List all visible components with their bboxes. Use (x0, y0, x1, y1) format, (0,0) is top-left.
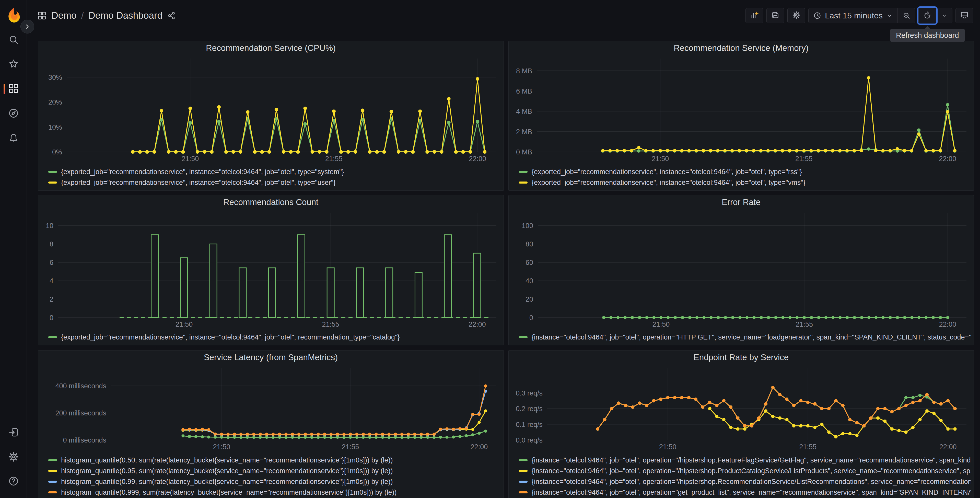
y-axis-tick: 4 (49, 277, 53, 285)
legend-item[interactable]: {exported_job="recommendationservice", i… (48, 166, 501, 177)
y-axis-tick: 0.0 req/s (516, 436, 542, 444)
legend-item[interactable]: {instance="otelcol:9464", job="otel", op… (519, 455, 970, 466)
chart-canvas[interactable]: 0%10%20%30%21:5021:5522:00 (38, 54, 504, 164)
legend-label: {exported_job="recommendationservice", i… (61, 168, 344, 176)
chart-canvas[interactable]: 024681021:5021:5522:00 (38, 209, 504, 329)
sidebar (0, 0, 27, 498)
grafana-logo[interactable] (5, 6, 22, 24)
legend-swatch (519, 182, 528, 184)
y-axis-tick: 100 (522, 222, 533, 230)
chart-canvas[interactable]: 02040608010021:5021:5522:00 (509, 209, 974, 329)
chart-canvas[interactable]: 0 MB2 MB4 MB6 MB8 MB21:5021:5522:00 (509, 54, 974, 164)
refresh-dashboard-button[interactable] (919, 8, 936, 23)
x-axis-tick: 21:50 (175, 321, 193, 328)
sidebar-item-explore[interactable] (0, 107, 27, 121)
breadcrumb-separator: / (81, 10, 84, 21)
chart-area[interactable]: 0.0 req/s0.1 req/s0.2 req/s0.3 req/s21:5… (509, 364, 974, 452)
chart-area[interactable]: 0%10%20%30%21:5021:5522:00 (38, 54, 504, 164)
legend: {instance="otelcol:9464", job="otel", op… (519, 332, 970, 343)
x-axis-tick: 22:00 (939, 443, 957, 451)
legend-label: {instance="otelcol:9464", job="otel", op… (531, 467, 970, 475)
legend-label: {instance="otelcol:9464", job="otel", op… (531, 456, 970, 464)
legend-swatch (519, 480, 528, 483)
compass-icon (8, 108, 19, 120)
legend-item[interactable]: {exported_job="recommendationservice", i… (519, 166, 970, 177)
legend-item[interactable]: {instance="otelcol:9464", job="otel", op… (519, 487, 970, 498)
breadcrumb-page-title[interactable]: Demo Dashboard (88, 10, 162, 21)
panel-endpoint-rate: Endpoint Rate by Service 0.0 req/s0.1 re… (508, 350, 974, 498)
legend-label: {instance="otelcol:9464", job="otel", op… (531, 478, 970, 486)
legend-item[interactable]: {exported_job="recommendationservice", i… (48, 177, 501, 188)
x-axis-tick: 21:50 (652, 155, 669, 163)
panel-title[interactable]: Recommendation Service (CPU%) (38, 41, 504, 54)
chart-area[interactable]: 02040608010021:5021:5522:00 (509, 209, 974, 329)
legend-label: histogram_quantile(0.95, sum(rate(latenc… (61, 467, 393, 475)
refresh-icon (923, 11, 931, 20)
sidebar-item-alerting[interactable] (0, 132, 27, 146)
y-axis-tick: 2 (49, 295, 53, 303)
y-axis-tick: 40 (525, 277, 533, 285)
breadcrumb-section[interactable]: Demo (51, 10, 76, 21)
legend-item[interactable]: histogram_quantile(0.95, sum(rate(latenc… (48, 466, 501, 476)
panel-title[interactable]: Endpoint Rate by Service (509, 351, 974, 364)
legend-item[interactable]: histogram_quantile(0.50, sum(rate(latenc… (48, 455, 501, 466)
add-panel-icon (750, 11, 759, 21)
panel-error-rate: Error Rate 02040608010021:5021:5522:00 {… (508, 195, 974, 345)
legend-swatch (48, 480, 57, 483)
sign-in-icon (8, 427, 19, 439)
cycle-view-mode-button[interactable] (956, 8, 974, 23)
time-range-picker[interactable]: Last 15 minutes (808, 8, 897, 23)
refresh-tooltip: Refresh dashboard (890, 29, 965, 42)
legend-item[interactable]: histogram_quantile(0.999, sum(rate(laten… (48, 487, 501, 498)
x-axis-tick: 21:55 (325, 155, 343, 163)
dashboards-icon (8, 83, 19, 95)
legend-swatch (519, 336, 528, 338)
chart-area[interactable]: 024681021:5021:5522:00 (38, 209, 504, 329)
sidebar-item-sign-in[interactable] (0, 426, 27, 440)
y-axis-tick: 60 (525, 259, 533, 267)
y-axis-tick: 0% (52, 148, 62, 156)
save-dashboard-button[interactable] (767, 8, 784, 23)
panel-title[interactable]: Service Latency (from SpanMetrics) (38, 351, 504, 364)
legend-item[interactable]: histogram_quantile(0.99, sum(rate(latenc… (48, 476, 501, 487)
legend-item[interactable]: {exported_job="recommendationservice", i… (48, 332, 501, 343)
refresh-interval-button[interactable] (936, 8, 952, 23)
sidebar-item-configuration[interactable] (0, 450, 27, 464)
legend-item[interactable]: {exported_job="recommendationservice", i… (519, 177, 970, 188)
sidebar-item-search[interactable] (0, 33, 27, 47)
legend-label: {exported_job="recommendationservice", i… (531, 168, 802, 176)
panel-title[interactable]: Recommendations Count (38, 195, 504, 209)
zoom-out-button[interactable] (898, 8, 915, 23)
dashboard-settings-button[interactable] (788, 8, 805, 23)
sidebar-item-starred[interactable] (0, 57, 27, 72)
y-axis-tick: 0 (49, 314, 53, 322)
panel-service-latency: Service Latency (from SpanMetrics) 0 mil… (38, 350, 504, 498)
chart-area[interactable]: 0 milliseconds200 milliseconds400 millis… (38, 364, 504, 452)
share-icon[interactable] (167, 11, 176, 20)
chart-area[interactable]: 0 MB2 MB4 MB6 MB8 MB21:5021:5522:00 (509, 54, 974, 164)
chart-canvas[interactable]: 0.0 req/s0.1 req/s0.2 req/s0.3 req/s21:5… (509, 364, 974, 452)
zoom-out-icon (902, 11, 910, 20)
legend-swatch (519, 459, 528, 461)
sidebar-item-help[interactable] (0, 474, 27, 489)
chart-canvas[interactable]: 0 milliseconds200 milliseconds400 millis… (38, 364, 504, 452)
y-axis-tick: 0 MB (516, 148, 532, 156)
y-axis-tick: 30% (48, 73, 62, 81)
legend-label: histogram_quantile(0.50, sum(rate(latenc… (61, 456, 393, 464)
y-axis-tick: 2 MB (516, 128, 532, 136)
legend-item[interactable]: {instance="otelcol:9464", job="otel", op… (519, 466, 970, 476)
y-axis-tick: 8 (49, 240, 53, 248)
legend-label: {exported_job="recommendationservice", i… (61, 179, 336, 187)
legend-swatch (48, 492, 57, 493)
legend-item[interactable]: {instance="otelcol:9464", job="otel", op… (519, 476, 970, 487)
sidebar-item-dashboards[interactable] (0, 82, 27, 96)
legend-swatch (519, 470, 528, 472)
panel-title[interactable]: Error Rate (509, 195, 974, 209)
add-panel-button[interactable] (746, 8, 764, 23)
panel-title[interactable]: Recommendation Service (Memory) (509, 41, 974, 54)
legend: {instance="otelcol:9464", job="otel", op… (519, 455, 970, 498)
panel-recommendation-memory: Recommendation Service (Memory) 0 MB2 MB… (508, 41, 974, 191)
legend-item[interactable]: {instance="otelcol:9464", job="otel", op… (519, 332, 970, 343)
sidebar-expand-button[interactable] (21, 20, 34, 34)
legend-swatch (48, 459, 57, 461)
